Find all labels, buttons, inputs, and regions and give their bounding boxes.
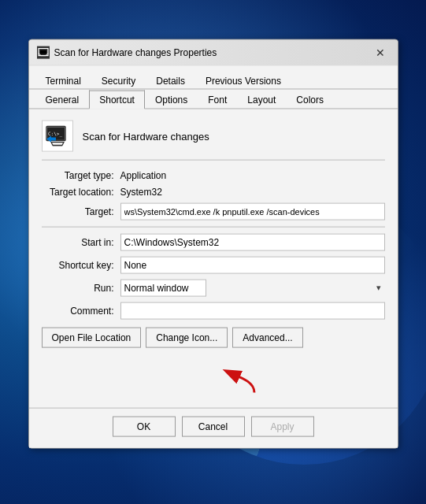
- tab-terminal[interactable]: Terminal: [35, 72, 91, 90]
- apply-button[interactable]: Apply: [251, 417, 314, 437]
- open-file-location-button[interactable]: Open File Location: [42, 328, 142, 348]
- tab-security[interactable]: Security: [91, 72, 146, 90]
- form-section: Target type: Application Target location…: [42, 170, 385, 320]
- target-row: Target:: [42, 203, 385, 220]
- advanced-button[interactable]: Advanced...: [232, 328, 302, 348]
- tab-options[interactable]: Options: [145, 91, 198, 109]
- target-location-label: Target location:: [42, 187, 120, 198]
- dialog-body: C:\>_ Scan for Hardware changes Target t…: [29, 109, 398, 408]
- tab-shortcut[interactable]: Shortcut: [89, 91, 145, 109]
- bottom-buttons: Open File Location Change Icon... Advanc…: [42, 328, 385, 348]
- comment-row: Comment:: [42, 302, 385, 320]
- tab-general[interactable]: General: [35, 91, 90, 109]
- arrow-icon: [199, 358, 278, 397]
- properties-dialog: Scan for Hardware changes Properties ✕ T…: [28, 39, 398, 449]
- cancel-button[interactable]: Cancel: [182, 417, 245, 437]
- app-name: Scan for Hardware changes: [83, 130, 209, 142]
- target-location-row: Target location: System32: [42, 187, 385, 198]
- footer-buttons: OK Cancel Apply: [29, 408, 398, 448]
- shortcut-key-row: Shortcut key:: [42, 257, 385, 274]
- shortcut-key-label: Shortcut key:: [42, 260, 120, 271]
- arrow-annotation: [42, 358, 385, 397]
- tab-details[interactable]: Details: [146, 72, 195, 90]
- tab-font[interactable]: Font: [198, 91, 237, 109]
- target-location-value: System32: [120, 187, 162, 198]
- run-select[interactable]: Normal window Minimized Maximized: [120, 280, 206, 297]
- title-bar: Scan for Hardware changes Properties ✕: [29, 40, 398, 66]
- app-header: C:\>_ Scan for Hardware changes: [42, 120, 385, 161]
- comment-input[interactable]: [120, 302, 385, 320]
- tab-layout[interactable]: Layout: [237, 91, 286, 109]
- run-select-wrapper: Normal window Minimized Maximized: [120, 280, 385, 297]
- target-type-label: Target type:: [42, 170, 120, 181]
- tab-previous-versions[interactable]: Previous Versions: [195, 72, 291, 90]
- divider1: [42, 227, 385, 228]
- svg-rect-2: [40, 50, 46, 54]
- dialog-icon: [37, 46, 50, 59]
- start-in-input[interactable]: [120, 234, 385, 251]
- shortcut-key-input[interactable]: [120, 257, 385, 274]
- tab-colors[interactable]: Colors: [286, 91, 334, 109]
- dialog-title: Scan for Hardware changes Properties: [54, 47, 217, 58]
- run-row: Run: Normal window Minimized Maximized: [42, 280, 385, 297]
- target-label: Target:: [42, 206, 120, 217]
- target-type-row: Target type: Application: [42, 170, 385, 181]
- start-in-row: Start in:: [42, 234, 385, 251]
- tabs-row2: General Shortcut Options Font Layout Col…: [29, 90, 398, 109]
- run-label: Run:: [42, 283, 120, 294]
- svg-text:C:\>_: C:\>_: [48, 131, 62, 137]
- app-icon-box: C:\>_: [42, 120, 73, 152]
- tabs-row1: Terminal Security Details Previous Versi…: [29, 66, 398, 90]
- change-icon-button[interactable]: Change Icon...: [146, 328, 228, 348]
- title-bar-left: Scan for Hardware changes Properties: [37, 46, 217, 59]
- target-input[interactable]: [120, 203, 385, 220]
- start-in-label: Start in:: [42, 237, 120, 248]
- comment-label: Comment:: [42, 306, 120, 317]
- target-type-value: Application: [120, 170, 167, 181]
- ok-button[interactable]: OK: [113, 417, 176, 437]
- close-button[interactable]: ✕: [371, 45, 390, 61]
